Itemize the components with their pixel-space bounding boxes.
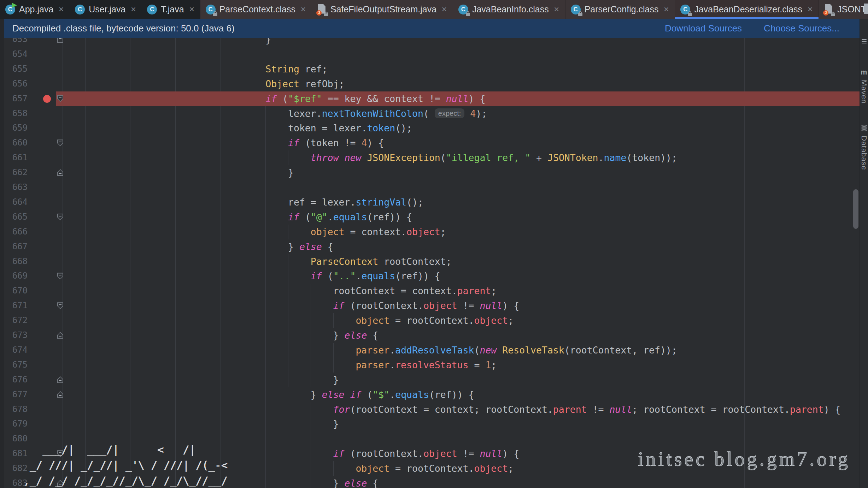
code-row-656[interactable]: 656Object refObj; (0, 77, 860, 91)
code-row-678[interactable]: 678for(rootContext = context; rootContex… (0, 402, 860, 417)
code-text[interactable]: throw new JSONException("illegal ref, " … (311, 150, 677, 165)
code-row-682[interactable]: 682object = rootContext.object; (0, 461, 860, 476)
close-icon[interactable]: ✕ (58, 5, 64, 13)
code-text[interactable]: lexer.nextTokenWithColon( expect: 4); (288, 106, 487, 121)
close-icon[interactable]: ✕ (130, 5, 136, 13)
close-icon[interactable]: ✕ (554, 5, 559, 13)
code-text[interactable]: if ("..".equals(ref)) { (311, 269, 440, 284)
tab-javabeandeserializer-class[interactable]: CJavaBeanDeserializer.class✕ (675, 0, 819, 19)
code-row-657[interactable]: 657if ("$ref" == key && context != null)… (0, 91, 860, 106)
breakpoint-dot[interactable] (43, 95, 51, 103)
fold-end-icon[interactable] (57, 480, 63, 487)
tab-parsecontext-class[interactable]: CParseContext.class✕ (200, 0, 312, 19)
maven-stripe-label[interactable]: Maven (860, 80, 868, 104)
code-text[interactable]: } else if ("$".equals(ref)) { (311, 387, 474, 402)
database-stripe-label[interactable]: Database (860, 136, 868, 170)
tab-javabeaninfo-class[interactable]: CJavaBeanInfo.class✕ (453, 0, 565, 19)
fold-end-icon[interactable] (57, 332, 63, 339)
code-text[interactable]: parser.addResolveTask(new ResolveTask(ro… (356, 343, 677, 358)
close-icon[interactable]: ✕ (807, 5, 813, 13)
code-row-676[interactable]: 676} (0, 373, 860, 387)
fold-start-icon[interactable] (57, 95, 63, 102)
code-text[interactable]: parser.resolveStatus = 1; (356, 358, 497, 373)
code-row-653[interactable]: 653} (0, 38, 860, 47)
fold-end-icon[interactable] (57, 391, 63, 398)
code-row-680[interactable]: 680 (0, 432, 860, 446)
code-row-677[interactable]: 677} else if ("$".equals(ref)) { (0, 387, 860, 402)
close-icon[interactable]: ✕ (664, 5, 669, 13)
code-text[interactable]: if ("@".equals(ref)) { (288, 210, 412, 225)
choose-sources-link[interactable]: Choose Sources... (764, 23, 839, 34)
fold-end-icon[interactable] (57, 376, 63, 383)
tab-t-java[interactable]: CT.java✕ (142, 0, 200, 19)
token-p: + (530, 152, 547, 163)
fold-end-icon[interactable] (57, 169, 63, 176)
database-icon[interactable] (861, 125, 867, 131)
tab-parserconfig-class[interactable]: CParserConfig.class✕ (565, 0, 675, 19)
fold-start-icon[interactable] (57, 273, 63, 279)
code-row-663[interactable]: 663 (0, 180, 860, 195)
fold-start-icon[interactable] (57, 302, 63, 309)
code-row-665[interactable]: 665if ("@".equals(ref)) { (0, 210, 860, 225)
code-row-672[interactable]: 672object = rootContext.object; (0, 313, 860, 328)
code-text[interactable]: } (333, 417, 339, 432)
code-row-667[interactable]: 667} else { (0, 239, 860, 254)
code-row-655[interactable]: 655String ref; (0, 62, 860, 77)
code-row-661[interactable]: 661throw new JSONException("illegal ref,… (0, 150, 860, 165)
code-row-662[interactable]: 662} (0, 165, 860, 180)
code-text[interactable]: rootContext = context.parent; (333, 284, 497, 298)
code-row-674[interactable]: 674parser.addResolveTask(new ResolveTask… (0, 343, 860, 358)
code-text[interactable]: } else { (333, 476, 379, 488)
code-row-683[interactable]: 683} else { (0, 476, 860, 488)
code-text[interactable]: object = context.object; (311, 225, 446, 239)
code-text[interactable]: object = rootContext.object; (356, 461, 514, 476)
fold-start-icon[interactable] (57, 139, 63, 146)
tab-app-java[interactable]: CApp.java✕ (0, 0, 70, 19)
notifications-icon[interactable] (862, 39, 867, 43)
tab-safefileoutputstream-java[interactable]: JSafeFileOutputStream.java✕ (312, 0, 453, 19)
code-text[interactable]: } (265, 38, 271, 47)
code-text[interactable]: ref = lexer.stringVal(); (288, 195, 423, 210)
code-text[interactable]: } else { (333, 328, 379, 343)
close-icon[interactable]: ✕ (189, 5, 195, 13)
code-row-658[interactable]: 658lexer.nextTokenWithColon( expect: 4); (0, 106, 860, 121)
code-text[interactable]: } (333, 373, 339, 387)
code-text[interactable]: token = lexer.token(); (288, 121, 412, 136)
code-editor[interactable]: 653}654655String ref;656Object refObj;65… (0, 38, 860, 488)
fold-collapse-icon[interactable] (57, 38, 63, 43)
close-icon[interactable]: ✕ (300, 5, 306, 13)
code-text[interactable]: if (token != 4) { (288, 136, 384, 150)
code-text[interactable]: Object refObj; (265, 77, 344, 91)
token-p: { (322, 241, 333, 252)
code-row-654[interactable]: 654 (0, 47, 860, 62)
code-row-679[interactable]: 679} (0, 417, 860, 432)
code-text[interactable]: if ("$ref" == key && context != null) { (265, 91, 485, 106)
code-text[interactable]: if (rootContext.object != null) { (333, 446, 520, 461)
code-row-671[interactable]: 671if (rootContext.object != null) { (0, 298, 860, 313)
code-row-659[interactable]: 659token = lexer.token(); (0, 121, 860, 136)
code-row-675[interactable]: 675parser.resolveStatus = 1; (0, 358, 860, 373)
code-text[interactable]: String ref; (265, 62, 328, 77)
code-row-660[interactable]: 660if (token != 4) { (0, 136, 860, 150)
code-text[interactable]: } else { (288, 239, 333, 254)
close-icon[interactable]: ✕ (441, 5, 447, 13)
code-row-670[interactable]: 670rootContext = context.parent; (0, 284, 860, 298)
code-text[interactable]: if (rootContext.object != null) { (333, 298, 520, 313)
code-text[interactable]: ParseContext rootContext; (311, 254, 452, 269)
maven-icon[interactable]: m (861, 68, 867, 76)
code-text[interactable]: } (288, 165, 294, 180)
fold-start-icon[interactable] (57, 214, 63, 220)
code-text[interactable]: object = rootContext.object; (356, 313, 514, 328)
code-row-681[interactable]: 681if (rootContext.object != null) { (0, 446, 860, 461)
tab-user-java[interactable]: CUser.java✕ (70, 0, 142, 19)
download-sources-link[interactable]: Download Sources (665, 23, 742, 34)
vertical-scrollbar-thumb[interactable] (853, 189, 858, 229)
code-text[interactable]: for(rootContext = context; rootContext.p… (333, 402, 841, 417)
tab-jsontoken-java[interactable]: JJSONToken.java✕ (819, 0, 868, 19)
fold-start-icon[interactable] (57, 450, 63, 457)
code-row-664[interactable]: 664ref = lexer.stringVal(); (0, 195, 860, 210)
code-row-668[interactable]: 668ParseContext rootContext; (0, 254, 860, 269)
code-row-673[interactable]: 673} else { (0, 328, 860, 343)
code-row-669[interactable]: 669if ("..".equals(ref)) { (0, 269, 860, 284)
code-row-666[interactable]: 666object = context.object; (0, 225, 860, 239)
